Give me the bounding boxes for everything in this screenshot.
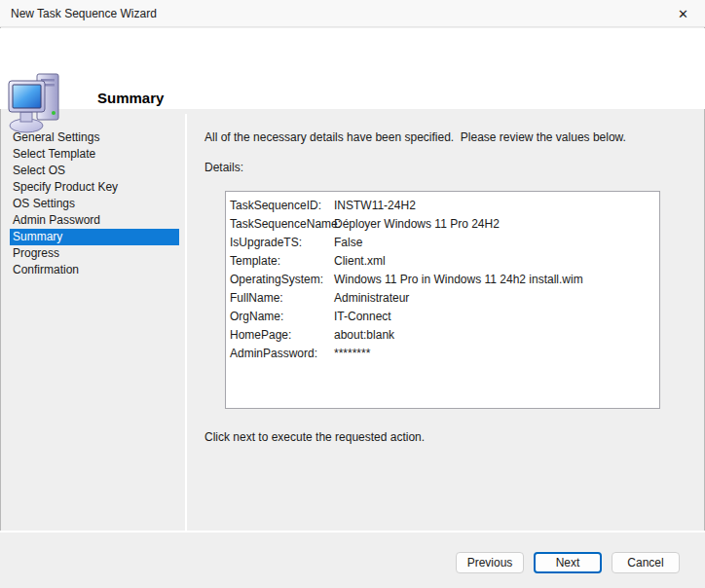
title-bar: New Task Sequence Wizard ✕ [0,0,705,27]
detail-value: IT-Connect [334,308,659,326]
detail-row-home-page: HomePage: about:blank [226,326,659,345]
sidebar-item-specify-product-key: Specify Product Key [10,179,179,196]
previous-button[interactable]: Previous [456,552,524,573]
detail-value: Windows 11 Pro in Windows 11 24h2 instal… [334,271,659,289]
wizard-header: Summary [0,28,705,109]
detail-value: Client.xml [334,252,659,271]
sidebar-item-select-template: Select Template [10,146,179,163]
sidebar-item-os-settings: OS Settings [10,196,179,212]
sidebar-main-divider [185,114,187,531]
window-title: New Task Sequence Wizard [11,0,157,27]
wizard-steps-sidebar: General Settings Select Template Select … [0,129,185,278]
new-task-sequence-wizard-window: New Task Sequence Wizard ✕ [0,0,705,588]
detail-value: False [334,234,659,252]
detail-row-task-sequence-name: TaskSequenceName: Déployer Windows 11 Pr… [226,215,659,234]
sidebar-item-select-os: Select OS [10,163,179,179]
detail-row-admin-password: AdminPassword: ******** [226,345,659,363]
sidebar-item-progress: Progress [10,245,179,262]
detail-row-template: Template: Client.xml [226,252,659,271]
click-next-note: Click next to execute the requested acti… [204,430,425,444]
cancel-button[interactable]: Cancel [612,552,680,573]
next-button[interactable]: Next [534,552,602,573]
detail-row-full-name: FullName: Administrateur [226,289,659,308]
detail-row-operating-system: OperatingSystem: Windows 11 Pro in Windo… [226,271,659,289]
detail-key: OrgName: [226,308,334,326]
sidebar-item-admin-password: Admin Password [10,212,179,229]
detail-key: TaskSequenceName: [226,215,334,234]
close-icon[interactable]: ✕ [661,0,705,27]
page-title: Summary [97,90,164,106]
details-label: Details: [204,161,243,174]
detail-value: Administrateur [334,289,659,308]
detail-key: AdminPassword: [226,345,334,363]
sidebar-item-summary-selected: Summary [10,229,179,245]
detail-row-is-upgrade-ts: IsUpgradeTS: False [226,234,659,252]
detail-row-task-sequence-id: TaskSequenceID: INSTW11-24H2 [226,197,659,215]
detail-value: about:blank [334,326,659,345]
sidebar-item-confirmation: Confirmation [10,262,179,278]
detail-key: IsUpgradeTS: [226,234,334,252]
detail-key: TaskSequenceID: [226,197,334,215]
details-summary-box: TaskSequenceID: INSTW11-24H2 TaskSequenc… [225,191,660,409]
sidebar-item-general-settings: General Settings [10,129,179,146]
detail-key: FullName: [226,289,334,308]
detail-key: HomePage: [226,326,334,345]
detail-value: Déployer Windows 11 Pro 24H2 [334,215,659,234]
detail-key: OperatingSystem: [226,271,334,289]
detail-row-org-name: OrgName: IT-Connect [226,308,659,326]
detail-key: Template: [226,252,334,271]
detail-value: ******** [334,345,659,363]
detail-value: INSTW11-24H2 [334,197,659,215]
summary-intro-text: All of the necessary details have been s… [204,130,626,144]
button-bar: Previous Next Cancel [0,533,705,588]
